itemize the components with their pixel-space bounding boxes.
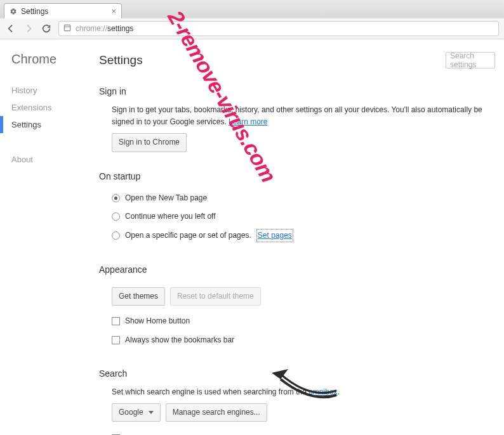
reload-button[interactable] <box>41 23 52 34</box>
back-button[interactable] <box>5 23 17 34</box>
chevron-down-icon <box>149 411 154 414</box>
forward-button[interactable] <box>23 23 34 34</box>
reset-theme-button: Reset to default theme <box>170 287 261 306</box>
sidebar-title: Chrome <box>11 52 94 67</box>
set-pages-link[interactable]: Set pages <box>256 229 293 242</box>
radio-icon <box>112 231 120 240</box>
ok-google-checkbox[interactable]: Enable "Ok Google" to start a voice sear… <box>112 429 495 435</box>
checkbox-icon <box>112 336 120 344</box>
section-appearance: Appearance Get themes Reset to default t… <box>99 264 495 349</box>
page-icon <box>63 23 72 34</box>
sidebar: Chrome History Extensions Settings About <box>0 39 94 435</box>
gear-icon <box>10 8 17 15</box>
tab-title: Settings <box>21 7 48 16</box>
main-panel: Settings Search settings Sign in Sign in… <box>94 39 504 435</box>
url-bar[interactable]: chrome://settings <box>58 21 499 36</box>
browser-toolbar: chrome://settings <box>0 18 504 39</box>
signin-button[interactable]: Sign in to Chrome <box>112 133 187 152</box>
startup-option-specific[interactable]: Open a specific page or set of pages. Se… <box>112 226 495 245</box>
section-search: Search Set which search engine is used w… <box>99 368 495 435</box>
checkbox-icon <box>112 317 120 325</box>
tab-strip: Settings × <box>0 0 504 18</box>
signin-learn-more-link[interactable]: Learn more <box>229 117 267 126</box>
section-startup: On startup Open the New Tab page Continu… <box>99 171 495 246</box>
sidebar-item-settings[interactable]: Settings <box>0 116 94 133</box>
manage-search-engines-button[interactable]: Manage search engines... <box>166 403 267 422</box>
show-home-checkbox[interactable]: Show Home button <box>112 312 495 330</box>
startup-option-continue[interactable]: Continue where you left off <box>112 207 495 226</box>
ok-google-learn-more-link[interactable]: Learn more <box>277 432 315 435</box>
page-title: Settings <box>99 53 143 67</box>
search-settings-input[interactable]: Search settings <box>446 52 495 68</box>
close-icon[interactable]: × <box>111 7 116 15</box>
show-bookmarks-checkbox[interactable]: Always show the bookmarks bar <box>112 331 495 349</box>
radio-icon <box>112 212 120 221</box>
omnibox-link[interactable]: omnibox <box>308 387 337 396</box>
section-title-appearance: Appearance <box>99 264 495 275</box>
section-title-startup: On startup <box>99 171 495 181</box>
sidebar-item-about[interactable]: About <box>11 151 94 168</box>
search-engine-dropdown[interactable]: Google <box>112 403 161 422</box>
svg-rect-0 <box>64 25 70 30</box>
radio-icon <box>112 194 120 202</box>
startup-option-newtab[interactable]: Open the New Tab page <box>112 189 495 207</box>
section-signin: Sign in Sign in to get your tabs, bookma… <box>99 86 495 152</box>
get-themes-button[interactable]: Get themes <box>112 287 165 306</box>
sidebar-item-extensions[interactable]: Extensions <box>11 99 94 116</box>
sidebar-item-history[interactable]: History <box>11 82 94 99</box>
browser-tab[interactable]: Settings × <box>4 3 122 18</box>
signin-text: Sign in to get your tabs, bookmarks, his… <box>112 105 482 126</box>
section-title-signin: Sign in <box>99 86 495 96</box>
url-text: chrome://settings <box>76 24 133 33</box>
page-content: Chrome History Extensions Settings About… <box>0 39 504 435</box>
section-title-search: Search <box>99 368 495 379</box>
